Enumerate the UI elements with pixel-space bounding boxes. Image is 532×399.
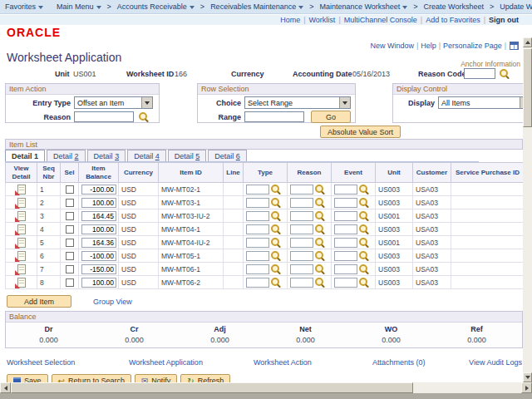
item-balance-input[interactable] bbox=[81, 264, 116, 274]
main-menu[interactable]: Main Menu bbox=[52, 2, 106, 11]
tab-detail-6[interactable]: Detail 6 bbox=[208, 150, 247, 162]
combo-arrow-icon[interactable] bbox=[141, 97, 152, 108]
tab-detail-4[interactable]: Detail 4 bbox=[127, 150, 166, 162]
lookup-icon[interactable] bbox=[271, 251, 280, 260]
lookup-icon[interactable] bbox=[359, 278, 368, 287]
combo-arrow-icon[interactable] bbox=[339, 97, 350, 108]
add-item-button[interactable]: Add Item bbox=[7, 295, 71, 308]
select-checkbox[interactable] bbox=[66, 199, 74, 207]
view-detail-icon[interactable] bbox=[17, 198, 26, 208]
personalize-page-link[interactable]: Personalize Page bbox=[443, 42, 502, 50]
type-input[interactable] bbox=[246, 251, 269, 261]
item-balance-input[interactable] bbox=[81, 224, 116, 234]
range-input[interactable] bbox=[244, 111, 304, 122]
select-checkbox[interactable] bbox=[66, 185, 74, 194]
crumb-create-worksheet[interactable]: Create Worksheet bbox=[419, 2, 489, 11]
reason-row-input[interactable] bbox=[290, 238, 313, 248]
scroll-up-icon[interactable] bbox=[523, 37, 532, 47]
reason-input[interactable] bbox=[74, 111, 134, 122]
lookup-icon[interactable] bbox=[271, 198, 280, 207]
select-checkbox[interactable] bbox=[66, 252, 74, 260]
lookup-icon[interactable] bbox=[271, 224, 280, 234]
display-select[interactable]: All Items bbox=[438, 96, 531, 109]
event-input[interactable] bbox=[334, 238, 357, 248]
lookup-icon[interactable] bbox=[500, 69, 509, 78]
crumb-update-worksheet[interactable]: Update Worksheet bbox=[495, 2, 532, 11]
type-input[interactable] bbox=[246, 264, 269, 274]
type-input[interactable] bbox=[246, 238, 269, 248]
reason-row-input[interactable] bbox=[290, 198, 313, 208]
lookup-icon[interactable] bbox=[315, 224, 324, 234]
view-detail-icon[interactable] bbox=[17, 224, 26, 234]
lookup-icon[interactable] bbox=[271, 264, 280, 273]
select-checkbox[interactable] bbox=[66, 265, 74, 273]
group-view-link[interactable]: Group View bbox=[93, 298, 132, 306]
absolute-value-sort-button[interactable]: Absolute Value Sort bbox=[320, 126, 401, 138]
lookup-icon[interactable] bbox=[315, 211, 324, 220]
scroll-down-icon[interactable] bbox=[523, 372, 532, 382]
sign-out-link[interactable]: Sign out bbox=[489, 16, 519, 24]
type-input[interactable] bbox=[246, 211, 269, 221]
type-input[interactable] bbox=[246, 198, 269, 208]
view-detail-icon[interactable] bbox=[17, 278, 26, 288]
item-balance-input[interactable] bbox=[81, 278, 116, 288]
lookup-icon[interactable] bbox=[359, 264, 368, 273]
grid-icon[interactable] bbox=[510, 42, 519, 50]
home-link[interactable]: Home bbox=[280, 16, 300, 24]
lookup-icon[interactable] bbox=[359, 185, 368, 194]
lookup-icon[interactable] bbox=[315, 198, 324, 207]
reason-row-input[interactable] bbox=[290, 185, 313, 195]
vertical-scrollbar[interactable] bbox=[523, 37, 532, 382]
item-balance-input[interactable] bbox=[81, 251, 116, 261]
scroll-left-icon[interactable] bbox=[0, 382, 11, 393]
reason-row-input[interactable] bbox=[290, 264, 313, 274]
crumb-maintenance-worksheet[interactable]: Maintenance Worksheet bbox=[314, 2, 412, 11]
worklist-link[interactable]: Worklist bbox=[309, 16, 336, 24]
view-detail-icon[interactable] bbox=[17, 251, 26, 261]
tab-detail-2[interactable]: Detail 2 bbox=[47, 150, 86, 162]
add-to-favorites-link[interactable]: Add to Favorites bbox=[426, 16, 480, 24]
worksheet-selection-link[interactable]: Worksheet Selection bbox=[7, 358, 75, 367]
lookup-icon[interactable] bbox=[359, 251, 368, 260]
lookup-icon[interactable] bbox=[359, 211, 368, 220]
event-input[interactable] bbox=[334, 264, 357, 274]
select-checkbox[interactable] bbox=[66, 225, 74, 234]
type-input[interactable] bbox=[246, 278, 269, 288]
event-input[interactable] bbox=[334, 211, 357, 221]
go-button[interactable]: Go bbox=[311, 111, 351, 123]
tab-detail-3[interactable]: Detail 3 bbox=[87, 150, 126, 162]
view-detail-icon[interactable] bbox=[17, 264, 26, 274]
lookup-icon[interactable] bbox=[315, 251, 324, 260]
help-link[interactable]: Help bbox=[421, 42, 436, 50]
crumb-accounts-receivable[interactable]: Accounts Receivable bbox=[112, 2, 200, 11]
choice-select[interactable]: Select Range bbox=[244, 96, 351, 109]
reason-row-input[interactable] bbox=[290, 278, 313, 288]
reason-code-input[interactable] bbox=[464, 68, 495, 79]
select-checkbox[interactable] bbox=[66, 278, 74, 287]
vertical-scroll-thumb[interactable] bbox=[523, 48, 532, 127]
reason-row-input[interactable] bbox=[290, 251, 313, 261]
event-input[interactable] bbox=[334, 198, 357, 208]
scroll-right-icon[interactable] bbox=[521, 382, 532, 393]
item-balance-input[interactable] bbox=[81, 198, 116, 208]
lookup-icon[interactable] bbox=[315, 185, 324, 194]
lookup-icon[interactable] bbox=[271, 185, 280, 194]
item-balance-input[interactable] bbox=[81, 238, 116, 248]
type-input[interactable] bbox=[246, 185, 269, 195]
lookup-icon[interactable] bbox=[359, 238, 368, 247]
favorites-menu[interactable]: Favorites bbox=[0, 2, 48, 11]
select-checkbox[interactable] bbox=[66, 239, 74, 247]
lookup-icon[interactable] bbox=[139, 112, 148, 121]
lookup-icon[interactable] bbox=[359, 224, 368, 234]
event-input[interactable] bbox=[334, 224, 357, 234]
view-detail-icon[interactable] bbox=[17, 211, 26, 221]
lookup-icon[interactable] bbox=[315, 278, 324, 287]
event-input[interactable] bbox=[334, 185, 357, 195]
lookup-icon[interactable] bbox=[271, 278, 280, 287]
tab-detail-1[interactable]: Detail 1 bbox=[5, 150, 45, 162]
view-audit-logs-link[interactable]: View Audit Logs bbox=[469, 358, 522, 367]
lookup-icon[interactable] bbox=[315, 238, 324, 247]
lookup-icon[interactable] bbox=[359, 198, 368, 207]
lookup-icon[interactable] bbox=[315, 264, 324, 273]
attachments-link[interactable]: Attachments (0) bbox=[372, 358, 426, 367]
